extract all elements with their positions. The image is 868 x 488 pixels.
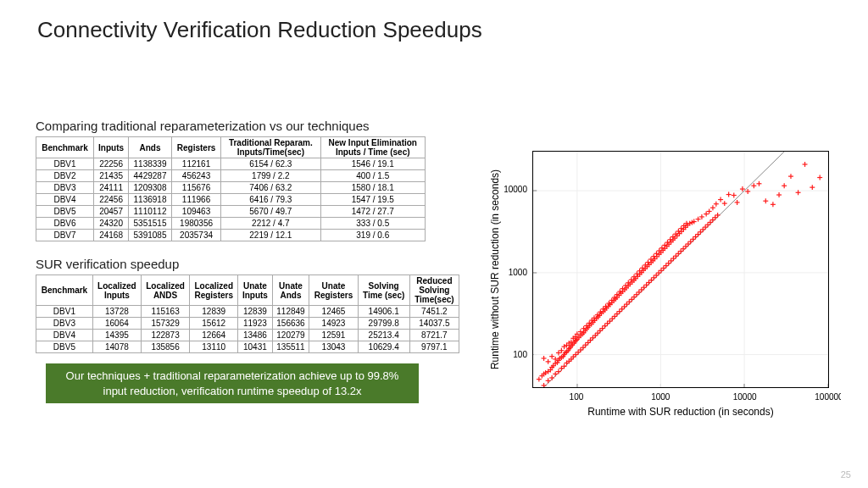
svg-text:1000: 1000 [509, 268, 528, 277]
cell: 14037.5 [409, 318, 459, 330]
cell: 157329 [141, 318, 189, 330]
cell: 1138339 [129, 158, 172, 170]
cell: 15612 [190, 318, 238, 330]
cell: 2219 / 12.1 [221, 230, 320, 241]
cell: DBV3 [36, 182, 94, 194]
cell: 111966 [171, 194, 220, 206]
table-row: DBV3160641573291561211923156636149232979… [36, 318, 459, 330]
col-header: Benchmark [36, 275, 93, 306]
cell: 14923 [309, 318, 358, 330]
col-header: UnateRegisters [309, 275, 358, 306]
cell: DBV5 [36, 206, 94, 218]
cell: 22456 [94, 194, 129, 206]
plot-area [532, 151, 829, 388]
svg-text:Runtime with SUR reduction (in: Runtime with SUR reduction (in seconds) [587, 406, 773, 418]
svg-text:100000: 100000 [815, 392, 841, 402]
table-row: DBV4143951228731266413486120279125912521… [36, 330, 459, 341]
table-row: DBV32411112093081156767406 / 63.21580 / … [36, 182, 426, 194]
cell: 4429287 [129, 170, 172, 182]
cell: 24168 [94, 230, 129, 241]
col-header: New Input EliminationInputs / Time (sec) [320, 137, 426, 158]
cell: DBV1 [36, 306, 93, 318]
col-header: Benchmark [36, 137, 94, 158]
cell: 115163 [141, 306, 189, 318]
cell: 6416 / 79.3 [221, 194, 320, 206]
cell: 7406 / 63.2 [221, 182, 320, 194]
subtitle-2: SUR verification speedup [36, 257, 459, 271]
table-row: DBV42245611369181119666416 / 79.31547 / … [36, 194, 426, 206]
cell: 1110112 [129, 206, 172, 218]
cell: 14078 [92, 341, 141, 353]
cell: 14906.1 [358, 306, 409, 318]
cell: 2035734 [171, 230, 220, 241]
cell: 1980356 [171, 218, 220, 230]
cell: 1209308 [129, 182, 172, 194]
cell: 135856 [141, 341, 189, 353]
cell: 12664 [190, 330, 238, 341]
cell: 14395 [92, 330, 141, 341]
cell: 109463 [171, 206, 220, 218]
cell: 7451.2 [409, 306, 459, 318]
cell: 1799 / 2.2 [221, 170, 320, 182]
cell: 12839 [238, 306, 272, 318]
cell: 8721.7 [409, 330, 459, 341]
col-header: UnateInputs [238, 275, 272, 306]
table-row: DBV5140781358561311010431135511130431062… [36, 341, 459, 353]
cell: 2212 / 4.7 [221, 218, 320, 230]
cell: 1580 / 18.1 [320, 182, 426, 194]
cell: DBV7 [36, 230, 94, 241]
cell: DBV6 [36, 218, 94, 230]
cell: 29799.8 [358, 318, 409, 330]
col-header: Ands [129, 137, 172, 158]
callout-box: Our techniques + traditional reparameter… [46, 363, 419, 403]
col-header: UnateAnds [272, 275, 309, 306]
cell: 22256 [94, 158, 129, 170]
cell: 11923 [238, 318, 272, 330]
cell: DBV4 [36, 330, 93, 341]
svg-text:100: 100 [570, 392, 584, 402]
col-header: Registers [171, 137, 220, 158]
col-header: SolvingTime (sec) [358, 275, 409, 306]
cell: 10629.4 [358, 341, 409, 353]
scatter-chart: 100100010000100000100100010000Runtime wi… [485, 144, 841, 424]
table-row: DBV724168539108520357342219 / 12.1319 / … [36, 230, 426, 241]
cell: DBV4 [36, 194, 94, 206]
svg-text:10000: 10000 [733, 392, 757, 402]
cell: 21435 [94, 170, 129, 182]
cell: 1546 / 19.1 [320, 158, 426, 170]
cell: 1136918 [129, 194, 172, 206]
cell: 156636 [272, 318, 309, 330]
col-header: LocalizedInputs [92, 275, 141, 306]
cell: 12839 [190, 306, 238, 318]
col-header: Inputs [94, 137, 129, 158]
table-row: DBV22143544292874562431799 / 2.2400 / 1.… [36, 170, 426, 182]
cell: 13043 [309, 341, 358, 353]
table-row: DBV12225611383391121616154 / 62.31546 / … [36, 158, 426, 170]
cell: DBV3 [36, 318, 93, 330]
cell: 5670 / 49.7 [221, 206, 320, 218]
svg-text:Runtime without SUR reduction : Runtime without SUR reduction (in second… [489, 169, 501, 369]
cell: 12465 [309, 306, 358, 318]
col-header: LocalizedANDS [141, 275, 189, 306]
cell: 5351515 [129, 218, 172, 230]
cell: 5391085 [129, 230, 172, 241]
col-header: Traditional Reparam.Inputs/Time(sec) [221, 137, 320, 158]
page-title: Connectivity Verification Reduction Spee… [37, 17, 482, 43]
cell: 112161 [171, 158, 220, 170]
col-header: ReducedSolvingTime(sec) [409, 275, 459, 306]
table-reparam: BenchmarkInputsAndsRegistersTraditional … [36, 136, 426, 241]
cell: 10431 [238, 341, 272, 353]
cell: 20457 [94, 206, 129, 218]
table-row: BenchmarkLocalizedInputsLocalizedANDSLoc… [36, 275, 459, 306]
left-column: Comparing traditional reparameterization… [36, 119, 459, 403]
cell: DBV5 [36, 341, 93, 353]
table-row: DBV1137281151631283912839112849124651490… [36, 306, 459, 318]
cell: 400 / 1.5 [320, 170, 426, 182]
cell: 12591 [309, 330, 358, 341]
svg-text:10000: 10000 [504, 185, 527, 194]
cell: 9797.1 [409, 341, 459, 353]
cell: 6154 / 62.3 [221, 158, 320, 170]
cell: 13110 [190, 341, 238, 353]
cell: 333 / 0.5 [320, 218, 426, 230]
cell: 122873 [141, 330, 189, 341]
